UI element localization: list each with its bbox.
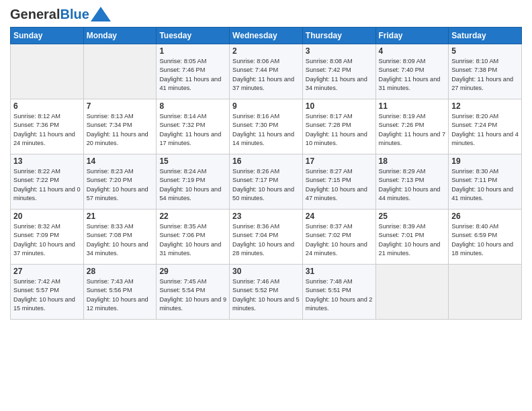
- calendar-cell: 4Sunrise: 8:09 AM Sunset: 7:40 PM Daylig…: [375, 44, 449, 99]
- day-number: 11: [379, 101, 446, 111]
- day-number: 30: [232, 267, 300, 276]
- calendar-cell: 27Sunrise: 7:42 AM Sunset: 5:57 PM Dayli…: [11, 265, 84, 320]
- day-number: 31: [306, 267, 373, 276]
- day-number: 21: [87, 212, 154, 221]
- day-number: 9: [232, 101, 300, 111]
- day-info: Sunrise: 8:19 AM Sunset: 7:26 PM Dayligh…: [379, 112, 446, 148]
- day-info: Sunrise: 7:42 AM Sunset: 5:57 PM Dayligh…: [13, 277, 81, 313]
- main-container: GeneralBlue SundayMondayTuesdayWednesday…: [0, 0, 532, 326]
- header: GeneralBlue: [10, 7, 522, 21]
- day-info: Sunrise: 8:27 AM Sunset: 7:15 PM Dayligh…: [306, 167, 373, 203]
- day-number: 5: [451, 46, 519, 56]
- calendar-cell: 29Sunrise: 7:45 AM Sunset: 5:54 PM Dayli…: [157, 265, 230, 320]
- day-info: Sunrise: 7:43 AM Sunset: 5:56 PM Dayligh…: [87, 277, 154, 313]
- day-info: Sunrise: 8:16 AM Sunset: 7:30 PM Dayligh…: [232, 112, 300, 148]
- calendar-cell: 9Sunrise: 8:16 AM Sunset: 7:30 PM Daylig…: [230, 99, 303, 154]
- day-info: Sunrise: 8:06 AM Sunset: 7:44 PM Dayligh…: [232, 57, 300, 93]
- day-number: 26: [451, 212, 519, 221]
- day-number: 17: [306, 156, 373, 166]
- logo-blue: Blue: [60, 7, 89, 21]
- day-number: 19: [451, 156, 519, 166]
- day-of-week-header: Saturday: [449, 28, 522, 44]
- logo: GeneralBlue: [10, 7, 111, 21]
- day-number: 12: [451, 101, 519, 111]
- day-of-week-header: Sunday: [11, 28, 84, 44]
- day-info: Sunrise: 8:32 AM Sunset: 7:09 PM Dayligh…: [13, 222, 81, 258]
- day-number: 27: [13, 267, 81, 276]
- day-info: Sunrise: 7:45 AM Sunset: 5:54 PM Dayligh…: [159, 277, 226, 313]
- calendar-cell: [11, 44, 84, 99]
- calendar-cell: 17Sunrise: 8:27 AM Sunset: 7:15 PM Dayli…: [302, 154, 375, 210]
- calendar-cell: 13Sunrise: 8:22 AM Sunset: 7:22 PM Dayli…: [11, 154, 84, 210]
- calendar-cell: 8Sunrise: 8:14 AM Sunset: 7:32 PM Daylig…: [157, 99, 230, 154]
- day-number: 14: [87, 156, 154, 166]
- day-number: 15: [159, 156, 226, 166]
- day-info: Sunrise: 8:26 AM Sunset: 7:17 PM Dayligh…: [232, 167, 300, 203]
- day-number: 7: [87, 101, 154, 111]
- day-number: 6: [13, 101, 81, 111]
- day-info: Sunrise: 8:08 AM Sunset: 7:42 PM Dayligh…: [306, 57, 373, 93]
- day-info: Sunrise: 8:29 AM Sunset: 7:13 PM Dayligh…: [379, 167, 446, 203]
- logo-text: GeneralBlue: [10, 7, 89, 21]
- logo-icon: [91, 7, 111, 21]
- calendar-week-row: 6Sunrise: 8:12 AM Sunset: 7:36 PM Daylig…: [11, 99, 522, 154]
- calendar-cell: 31Sunrise: 7:48 AM Sunset: 5:51 PM Dayli…: [302, 265, 375, 320]
- day-info: Sunrise: 8:12 AM Sunset: 7:36 PM Dayligh…: [13, 112, 81, 148]
- day-info: Sunrise: 8:23 AM Sunset: 7:20 PM Dayligh…: [87, 167, 154, 203]
- calendar-week-row: 1Sunrise: 8:05 AM Sunset: 7:46 PM Daylig…: [11, 44, 522, 99]
- day-of-week-header: Monday: [83, 28, 157, 44]
- day-number: 25: [379, 212, 446, 221]
- calendar-cell: 18Sunrise: 8:29 AM Sunset: 7:13 PM Dayli…: [375, 154, 449, 210]
- day-number: 2: [232, 46, 300, 56]
- day-info: Sunrise: 8:14 AM Sunset: 7:32 PM Dayligh…: [159, 112, 226, 148]
- calendar-cell: 1Sunrise: 8:05 AM Sunset: 7:46 PM Daylig…: [157, 44, 230, 99]
- day-info: Sunrise: 8:09 AM Sunset: 7:40 PM Dayligh…: [379, 57, 446, 93]
- calendar-cell: 12Sunrise: 8:20 AM Sunset: 7:24 PM Dayli…: [449, 99, 522, 154]
- day-info: Sunrise: 8:22 AM Sunset: 7:22 PM Dayligh…: [13, 167, 81, 203]
- day-info: Sunrise: 8:35 AM Sunset: 7:06 PM Dayligh…: [159, 222, 226, 258]
- day-info: Sunrise: 8:37 AM Sunset: 7:02 PM Dayligh…: [306, 222, 373, 258]
- day-of-week-header: Thursday: [302, 28, 375, 44]
- calendar-cell: 14Sunrise: 8:23 AM Sunset: 7:20 PM Dayli…: [83, 154, 157, 210]
- calendar-header-row: SundayMondayTuesdayWednesdayThursdayFrid…: [11, 28, 522, 44]
- calendar-cell: 23Sunrise: 8:36 AM Sunset: 7:04 PM Dayli…: [230, 210, 303, 265]
- day-info: Sunrise: 8:10 AM Sunset: 7:38 PM Dayligh…: [451, 57, 519, 93]
- day-of-week-header: Wednesday: [230, 28, 303, 44]
- day-number: 28: [87, 267, 154, 276]
- day-of-week-header: Tuesday: [157, 28, 230, 44]
- day-number: 4: [379, 46, 446, 56]
- calendar-cell: 15Sunrise: 8:24 AM Sunset: 7:19 PM Dayli…: [157, 154, 230, 210]
- svg-marker-0: [91, 7, 111, 21]
- calendar-cell: 5Sunrise: 8:10 AM Sunset: 7:38 PM Daylig…: [449, 44, 522, 99]
- calendar-cell: [449, 265, 522, 320]
- calendar-cell: 26Sunrise: 8:40 AM Sunset: 6:59 PM Dayli…: [449, 210, 522, 265]
- day-number: 13: [13, 156, 81, 166]
- calendar-cell: 11Sunrise: 8:19 AM Sunset: 7:26 PM Dayli…: [375, 99, 449, 154]
- day-info: Sunrise: 7:48 AM Sunset: 5:51 PM Dayligh…: [306, 277, 373, 313]
- day-of-week-header: Friday: [375, 28, 449, 44]
- day-number: 20: [13, 212, 81, 221]
- calendar-week-row: 20Sunrise: 8:32 AM Sunset: 7:09 PM Dayli…: [11, 210, 522, 265]
- day-number: 18: [379, 156, 446, 166]
- day-info: Sunrise: 8:17 AM Sunset: 7:28 PM Dayligh…: [306, 112, 373, 148]
- day-number: 10: [306, 101, 373, 111]
- calendar-cell: 3Sunrise: 8:08 AM Sunset: 7:42 PM Daylig…: [302, 44, 375, 99]
- day-info: Sunrise: 8:20 AM Sunset: 7:24 PM Dayligh…: [451, 112, 519, 148]
- day-info: Sunrise: 8:40 AM Sunset: 6:59 PM Dayligh…: [451, 222, 519, 258]
- day-number: 16: [232, 156, 300, 166]
- day-info: Sunrise: 8:24 AM Sunset: 7:19 PM Dayligh…: [159, 167, 226, 203]
- calendar-cell: [375, 265, 449, 320]
- day-info: Sunrise: 8:30 AM Sunset: 7:11 PM Dayligh…: [451, 167, 519, 203]
- day-info: Sunrise: 8:36 AM Sunset: 7:04 PM Dayligh…: [232, 222, 300, 258]
- calendar-cell: 21Sunrise: 8:33 AM Sunset: 7:08 PM Dayli…: [83, 210, 157, 265]
- day-number: 22: [159, 212, 226, 221]
- calendar-week-row: 13Sunrise: 8:22 AM Sunset: 7:22 PM Dayli…: [11, 154, 522, 210]
- day-number: 8: [159, 101, 226, 111]
- day-info: Sunrise: 8:13 AM Sunset: 7:34 PM Dayligh…: [87, 112, 154, 148]
- day-number: 29: [159, 267, 226, 276]
- calendar-cell: 24Sunrise: 8:37 AM Sunset: 7:02 PM Dayli…: [302, 210, 375, 265]
- day-number: 1: [159, 46, 226, 56]
- calendar-table: SundayMondayTuesdayWednesdayThursdayFrid…: [10, 27, 522, 320]
- calendar-cell: 22Sunrise: 8:35 AM Sunset: 7:06 PM Dayli…: [157, 210, 230, 265]
- logo-general: General: [10, 7, 60, 21]
